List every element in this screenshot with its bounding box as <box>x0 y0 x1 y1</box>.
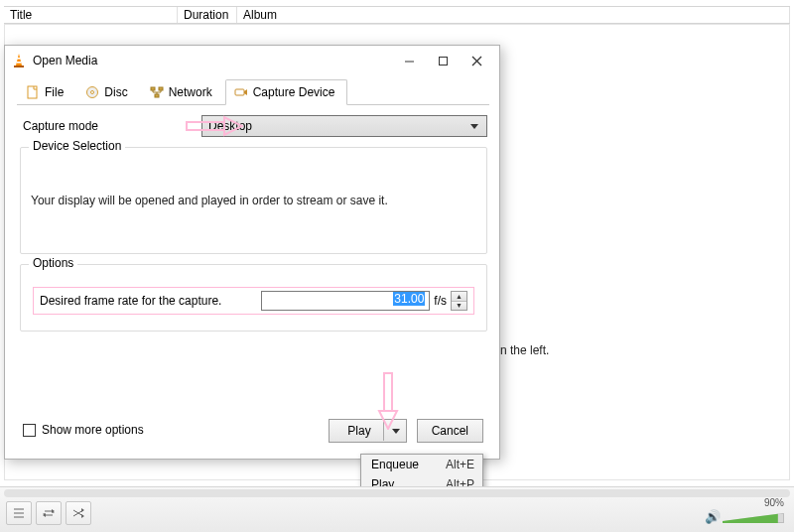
options-legend: Options <box>29 256 77 270</box>
svg-rect-2 <box>17 58 21 60</box>
vlc-cone-icon <box>11 53 27 68</box>
svg-marker-25 <box>81 508 84 512</box>
svg-marker-0 <box>16 54 22 66</box>
column-header-duration[interactable]: Duration <box>178 7 237 23</box>
network-icon <box>150 85 164 99</box>
open-media-dialog: Open Media File Disc Network Capture Dev… <box>4 45 500 460</box>
menu-enqueue-shortcut: Alt+E <box>446 458 474 471</box>
tab-network[interactable]: Network <box>141 79 225 105</box>
svg-marker-26 <box>81 514 84 518</box>
window-maximize-button[interactable] <box>426 50 460 72</box>
tab-network-label: Network <box>169 85 212 99</box>
tab-file[interactable]: File <box>17 79 76 105</box>
spinner-up-icon[interactable]: ▲ <box>452 292 466 302</box>
column-header-title[interactable]: Title <box>4 7 178 23</box>
cancel-button[interactable]: Cancel <box>417 419 483 443</box>
device-selection-group: Device Selection Your display will be op… <box>20 147 487 254</box>
tab-capture-device[interactable]: Capture Device <box>225 79 348 105</box>
svg-rect-16 <box>187 122 224 130</box>
spinner-down-icon[interactable]: ▼ <box>452 302 466 311</box>
device-selection-legend: Device Selection <box>29 139 125 153</box>
annotation-arrow-capture-mode <box>186 115 243 137</box>
svg-rect-13 <box>155 94 159 97</box>
tab-disc-label: Disc <box>104 85 127 99</box>
svg-rect-14 <box>235 89 244 95</box>
svg-marker-17 <box>224 117 242 135</box>
svg-rect-11 <box>151 87 155 90</box>
menu-enqueue-label: Enqueue <box>371 458 446 471</box>
svg-rect-8 <box>28 86 37 98</box>
volume-percent: 90% <box>764 497 784 508</box>
fps-row: Desired frame rate for the capture. 31.0… <box>33 287 474 315</box>
show-more-options[interactable]: Show more options <box>23 423 144 437</box>
capture-device-icon <box>234 85 248 99</box>
disc-icon <box>85 85 99 99</box>
dialog-title: Open Media <box>33 54 392 67</box>
svg-marker-19 <box>379 411 397 429</box>
svg-rect-3 <box>17 62 22 64</box>
show-more-checkbox[interactable] <box>23 424 36 437</box>
fps-label: Desired frame rate for the capture. <box>40 294 261 308</box>
dialog-titlebar[interactable]: Open Media <box>5 46 499 75</box>
capture-mode-select[interactable]: Desktop <box>201 115 487 137</box>
annotation-arrow-play <box>377 372 399 430</box>
tab-capture-label: Capture Device <box>253 85 335 99</box>
svg-point-10 <box>91 91 94 94</box>
show-more-label: Show more options <box>42 423 144 437</box>
playlist-hint-fragment: n the left. <box>500 343 549 357</box>
fps-input[interactable]: 31.00 <box>261 291 430 311</box>
playlist-toggle-button[interactable] <box>6 501 32 525</box>
fps-unit: f/s <box>434 294 447 308</box>
speaker-icon[interactable]: 🔊 <box>705 509 721 524</box>
play-button-label: Play <box>347 424 370 438</box>
window-close-button[interactable] <box>460 50 493 72</box>
tab-disc[interactable]: Disc <box>76 79 140 105</box>
seek-bar[interactable] <box>4 489 790 497</box>
svg-rect-12 <box>159 87 163 90</box>
device-selection-text: Your display will be opened and played i… <box>31 160 476 241</box>
options-group: Options Desired frame rate for the captu… <box>20 264 487 332</box>
media-source-tabs: File Disc Network Capture Device <box>17 79 489 105</box>
tab-file-label: File <box>45 85 64 99</box>
fps-spinner[interactable]: ▲ ▼ <box>451 291 467 311</box>
menu-item-enqueue[interactable]: Enqueue Alt+E <box>361 455 482 474</box>
svg-rect-18 <box>384 373 392 411</box>
volume-control[interactable]: 🔊 <box>705 509 786 525</box>
loop-button[interactable] <box>36 501 62 525</box>
player-control-bar: 90% 🔊 <box>0 486 794 532</box>
window-minimize-button[interactable] <box>392 50 426 72</box>
shuffle-button[interactable] <box>66 501 91 525</box>
capture-mode-label: Capture mode <box>23 119 201 133</box>
column-header-album[interactable]: Album <box>237 7 790 23</box>
file-icon <box>26 85 40 99</box>
playlist-header: Title Duration Album <box>4 6 790 24</box>
svg-rect-1 <box>14 66 24 67</box>
svg-rect-5 <box>439 57 447 65</box>
